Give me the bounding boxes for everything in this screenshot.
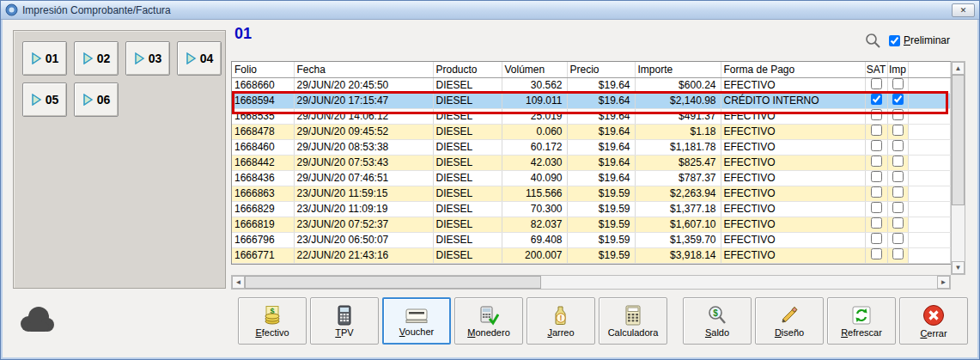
cell-fecha: 22/JUN/20 21:43:16	[294, 247, 433, 263]
cell-importe: $825.47	[635, 155, 721, 170]
close-button[interactable]: ✕	[952, 3, 975, 17]
dispenser-button-02[interactable]: 02	[74, 41, 119, 76]
sat-checkbox[interactable]	[871, 248, 882, 259]
voucher-button[interactable]: Voucher	[382, 297, 451, 345]
jarreo-button[interactable]: ! Jarreo	[527, 297, 595, 345]
dispenser-button-01[interactable]: 01	[22, 41, 67, 76]
imp-cell	[887, 93, 908, 108]
sat-checkbox[interactable]	[871, 78, 882, 89]
scroll-down-button[interactable]: ▼	[952, 261, 965, 274]
cell-forma-de-pago: CRÉDITO INTERNO	[721, 93, 865, 108]
diseno-button[interactable]: Diseño	[755, 297, 824, 345]
cloud-icon	[16, 303, 56, 338]
imp-checkbox[interactable]	[892, 248, 904, 259]
sat-checkbox[interactable]	[871, 140, 882, 151]
cell-importe: $1,377.18	[635, 201, 721, 217]
row-filler	[908, 155, 950, 170]
calculadora-button[interactable]: Calculadora	[599, 297, 667, 345]
jarreo-label: Jarreo	[547, 327, 574, 338]
table-body: 166866029/JUN/20 20:45:50DIESEL30.562$19…	[232, 77, 950, 263]
table-row[interactable]: 166677122/JUN/20 21:43:16DIESEL200.007$1…	[232, 247, 950, 263]
column-volumen[interactable]: Volúmen	[502, 62, 567, 77]
dispenser-label: 06	[97, 93, 111, 107]
imp-checkbox[interactable]	[892, 217, 904, 229]
horizontal-scrollbar-thumb[interactable]	[245, 276, 541, 289]
table-row[interactable]: 166681923/JUN/20 07:52:37DIESEL82.037$19…	[232, 217, 950, 232]
cell-fecha: 29/JUN/20 09:45:52	[294, 124, 433, 139]
table-row[interactable]: 166853529/JUN/20 14:06:12DIESEL25.019$19…	[232, 108, 950, 124]
table-row[interactable]: 166847829/JUN/20 09:45:52DIESEL0.060$19.…	[232, 124, 950, 139]
column-producto[interactable]: Producto	[433, 62, 502, 77]
cell-volumen: 109.011	[502, 93, 567, 108]
imp-checkbox[interactable]	[892, 202, 904, 213]
table-row[interactable]: 166859429/JUN/20 17:15:47DIESEL109.011$1…	[232, 93, 950, 108]
table-row[interactable]: 166844229/JUN/20 07:53:43DIESEL42.030$19…	[232, 155, 950, 170]
dispenser-button-06[interactable]: 06	[74, 82, 119, 117]
sat-checkbox[interactable]	[871, 202, 882, 213]
sat-checkbox[interactable]	[871, 217, 882, 229]
column-forma-de-pago[interactable]: Forma de Pago	[721, 62, 865, 77]
vertical-scrollbar-thumb[interactable]	[952, 75, 965, 205]
table-row[interactable]: 166846029/JUN/20 08:53:38DIESEL60.172$19…	[232, 139, 950, 155]
dispenser-button-04[interactable]: 04	[177, 41, 222, 76]
refrescar-button[interactable]: Refrescar	[827, 297, 896, 345]
dispenser-button-05[interactable]: 05	[22, 82, 67, 117]
cell-precio: $19.59	[567, 247, 635, 263]
sat-checkbox[interactable]	[871, 233, 882, 244]
dispenser-button-03[interactable]: 03	[125, 41, 170, 76]
sat-checkbox[interactable]	[871, 156, 882, 167]
sat-checkbox[interactable]	[871, 109, 882, 120]
saldo-button[interactable]: $ Saldo	[683, 297, 752, 345]
sat-checkbox[interactable]	[871, 94, 882, 105]
table-row[interactable]: 166686323/JUN/20 11:59:15DIESEL115.566$1…	[232, 186, 950, 201]
cell-folio: 1668478	[232, 124, 294, 139]
sat-cell	[865, 155, 887, 170]
cell-volumen: 115.566	[502, 186, 567, 201]
table-row[interactable]: 166679623/JUN/20 06:50:07DIESEL69.408$19…	[232, 232, 950, 247]
column-precio[interactable]: Precio	[567, 62, 635, 77]
sat-checkbox[interactable]	[871, 171, 882, 182]
preliminar-checkbox[interactable]	[889, 35, 900, 46]
voucher-printer-icon	[405, 306, 429, 325]
scroll-right-button[interactable]: ►	[937, 276, 950, 289]
sat-checkbox[interactable]	[871, 186, 882, 198]
monedero-button[interactable]: Monedero	[454, 297, 523, 345]
cell-volumen: 0.060	[502, 124, 567, 139]
imp-checkbox[interactable]	[892, 125, 904, 136]
imp-checkbox[interactable]	[892, 186, 904, 198]
vertical-scrollbar[interactable]: ▲ ▼	[951, 61, 965, 275]
efectivo-button[interactable]: $ Efectivo	[238, 297, 307, 345]
table-row[interactable]: 166682923/JUN/20 11:09:19DIESEL70.300$19…	[232, 201, 950, 217]
search-icon[interactable]	[864, 32, 881, 49]
tpv-button[interactable]: TPV	[310, 297, 379, 345]
imp-checkbox[interactable]	[892, 78, 904, 89]
imp-checkbox[interactable]	[892, 140, 904, 151]
imp-checkbox[interactable]	[892, 171, 904, 182]
table-row[interactable]: 166843629/JUN/20 07:46:51DIESEL40.090$19…	[232, 170, 950, 186]
column-sat[interactable]: SAT	[865, 62, 887, 77]
imp-checkbox[interactable]	[892, 233, 904, 244]
cell-forma-de-pago: EFECTIVO	[721, 247, 865, 263]
cerrar-button[interactable]: Cerrar	[899, 297, 968, 345]
table-row[interactable]: 166866029/JUN/20 20:45:50DIESEL30.562$19…	[232, 77, 950, 93]
cell-precio: $19.59	[567, 217, 635, 232]
column-imp[interactable]: Imp	[887, 62, 908, 77]
sat-checkbox[interactable]	[871, 125, 882, 136]
scroll-left-button[interactable]: ◄	[232, 276, 245, 289]
horizontal-scrollbar[interactable]: ◄ ►	[231, 275, 951, 290]
imp-checkbox[interactable]	[892, 109, 904, 120]
imp-checkbox[interactable]	[892, 156, 904, 167]
cell-importe: $1.18	[635, 124, 721, 139]
column-importe[interactable]: Importe	[635, 62, 721, 77]
column-folio[interactable]: Folio	[232, 62, 294, 77]
cell-forma-de-pago: EFECTIVO	[721, 170, 865, 186]
refrescar-label: Refrescar	[841, 327, 882, 338]
cell-precio: $19.64	[567, 124, 635, 139]
sat-cell	[865, 93, 887, 108]
cell-fecha: 29/JUN/20 07:46:51	[294, 170, 433, 186]
cell-producto: DIESEL	[433, 247, 502, 263]
cell-folio: 1666771	[232, 247, 294, 263]
scroll-up-button[interactable]: ▲	[952, 62, 965, 75]
column-fecha[interactable]: Fecha	[294, 62, 433, 77]
imp-checkbox[interactable]	[892, 94, 904, 105]
